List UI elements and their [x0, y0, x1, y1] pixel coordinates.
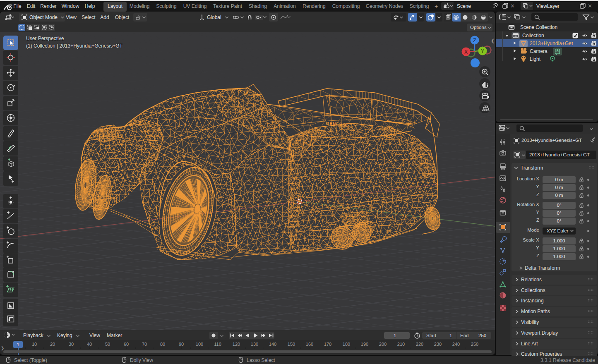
svg-text:Z: Z	[473, 38, 476, 43]
svg-text:Y: Y	[481, 48, 484, 54]
svg-text:X: X	[464, 49, 468, 55]
